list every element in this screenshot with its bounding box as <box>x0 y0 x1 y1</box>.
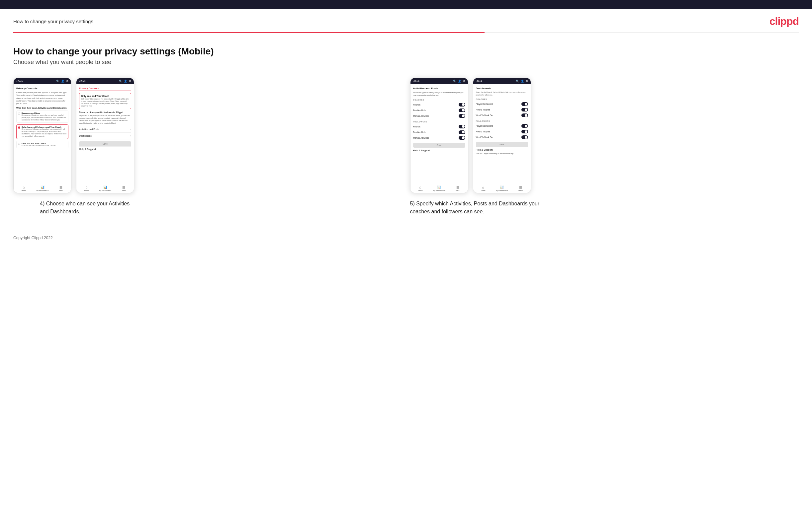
header: How to change your privacy settings clip… <box>0 9 812 32</box>
phone2-activities-row[interactable]: Activities and Posts › <box>79 126 131 133</box>
home-icon: ⌂ <box>22 185 24 189</box>
phone2-save-btn[interactable]: Save <box>79 142 131 146</box>
right-section: ‹ Back 🔍 👤 ⚙ Activities and Posts Select… <box>410 78 799 216</box>
phone1-option-followers[interactable]: Only Approved Followers and Your Coach O… <box>16 124 68 139</box>
phone1-performance-nav[interactable]: 📊 My Performance <box>37 185 49 191</box>
menu-icon: ☰ <box>59 185 62 189</box>
home-label-3: Home <box>418 189 422 191</box>
people-icon[interactable]: 👤 <box>61 79 64 82</box>
right-phones-pair: ‹ Back 🔍 👤 ⚙ Activities and Posts Select… <box>410 78 799 193</box>
search-icon-2[interactable]: 🔍 <box>119 79 122 82</box>
phone1-section-title: Privacy Controls <box>16 87 68 90</box>
performance-icon: 📊 <box>41 185 45 189</box>
phone4-body: Dashboards Select the dashboards that yo… <box>473 84 531 184</box>
people-icon-4[interactable]: 👤 <box>521 79 524 82</box>
top-bar <box>0 0 812 9</box>
menu-label-3: Menu <box>456 189 460 191</box>
phone1-option-everyone[interactable]: Everyone on Clippd Everyone on Clippd ca… <box>16 111 68 123</box>
phone3-drills-followers: Practice Drills <box>413 129 465 135</box>
phone4-coaches-label: COACHES <box>476 98 528 100</box>
phone3-drills-coaches: Practice Drills <box>413 108 465 113</box>
work-followers-toggle[interactable] <box>521 135 528 139</box>
round-followers-toggle[interactable] <box>521 130 528 133</box>
performance-label-3: My Performance <box>433 189 445 191</box>
phone4-nav: ‹ Back 🔍 👤 ⚙ <box>473 78 531 84</box>
phone3-body-text: Select the types of activity that you'd … <box>413 91 465 97</box>
activities-arrow: › <box>130 128 131 131</box>
phone2-tab[interactable]: Privacy Controls <box>79 87 131 91</box>
settings-icon-3[interactable]: ⚙ <box>463 79 465 82</box>
phone3-manual-followers: Manual Activities <box>413 135 465 141</box>
phone4-work-followers: What To Work On <box>476 134 528 140</box>
phone4-section-title: Dashboards <box>476 87 528 90</box>
manual-followers-label: Manual Activities <box>413 137 429 139</box>
left-caption: 4) Choose who can see your Activities an… <box>13 200 146 216</box>
phone3-help[interactable]: Help & Support <box>413 148 465 153</box>
left-phones-pair: ‹ Back 🔍 👤 ⚙ Privacy Controls Control ho… <box>13 78 402 193</box>
phone4-performance-nav[interactable]: 📊 My Performance <box>496 185 508 191</box>
performance-label-2: My Performance <box>99 189 112 191</box>
phone4-save-btn[interactable]: Save <box>476 142 528 147</box>
round-coaches-label: Round Insights <box>476 109 490 111</box>
performance-label-4: My Performance <box>496 189 508 191</box>
people-icon-3[interactable]: 👤 <box>458 79 461 82</box>
phone1-back[interactable]: ‹ Back <box>16 80 23 82</box>
phone2-bottom-bar: ⌂ Home 📊 My Performance ☰ Menu <box>77 184 134 193</box>
people-icon-2[interactable]: 👤 <box>124 79 127 82</box>
rounds-followers-toggle[interactable] <box>459 125 465 128</box>
phone3-icons: 🔍 👤 ⚙ <box>453 79 465 82</box>
player-followers-toggle[interactable] <box>521 124 528 128</box>
phone3-performance-nav[interactable]: 📊 My Performance <box>433 185 445 191</box>
rounds-coaches-label: Rounds <box>413 104 420 106</box>
dropdown-title: Only You and Your Coach <box>81 95 129 97</box>
drills-followers-toggle[interactable] <box>459 130 465 134</box>
phone2-icons: 🔍 👤 ⚙ <box>119 79 131 82</box>
settings-icon-2[interactable]: ⚙ <box>129 79 131 82</box>
radio-coach-only <box>18 143 20 145</box>
copyright-text: Copyright Clippd 2022 <box>13 236 53 240</box>
phone1-home-nav[interactable]: ⌂ Home <box>21 185 26 191</box>
phone4-help[interactable]: Help & Support <box>476 147 528 152</box>
drills-coaches-toggle[interactable] <box>459 109 465 112</box>
phone2-help[interactable]: Help & Support <box>79 146 131 152</box>
player-coaches-toggle[interactable] <box>521 102 528 106</box>
rounds-followers-label: Rounds <box>413 125 420 128</box>
dashboards-label: Dashboards <box>79 135 92 137</box>
manual-followers-toggle[interactable] <box>459 136 465 140</box>
work-coaches-toggle[interactable] <box>521 113 528 117</box>
phone-3: ‹ Back 🔍 👤 ⚙ Activities and Posts Select… <box>410 78 468 193</box>
phone2-home-nav[interactable]: ⌂ Home <box>84 185 89 191</box>
phone2-back[interactable]: ‹ Back <box>79 80 86 82</box>
phone4-menu-nav[interactable]: ☰ Menu <box>518 185 523 191</box>
phone3-save-btn[interactable]: Save <box>413 143 465 148</box>
phone4-round-coaches: Round Insights <box>476 107 528 112</box>
round-coaches-toggle[interactable] <box>521 108 528 111</box>
phone1-option-coach-only[interactable]: Only You and Your Coach Only you and the… <box>16 141 68 148</box>
screenshots-row: ‹ Back 🔍 👤 ⚙ Privacy Controls Control ho… <box>13 78 799 216</box>
phone3-home-nav[interactable]: ⌂ Home <box>418 185 422 191</box>
phone4-back[interactable]: ‹ Back <box>476 80 483 82</box>
phone2-dashboards-row[interactable]: Dashboards › <box>79 133 131 139</box>
phone2-performance-nav[interactable]: 📊 My Performance <box>99 185 112 191</box>
search-icon-4[interactable]: 🔍 <box>516 79 519 82</box>
settings-icon[interactable]: ⚙ <box>66 79 68 82</box>
search-icon[interactable]: 🔍 <box>56 79 59 82</box>
phone2-dropdown[interactable]: Only You and Your Coach Only you and the… <box>79 93 131 109</box>
radio-everyone <box>18 112 20 115</box>
search-icon-3[interactable]: 🔍 <box>453 79 456 82</box>
manual-coaches-toggle[interactable] <box>459 114 465 118</box>
phone2-menu-nav[interactable]: ☰ Menu <box>122 185 126 191</box>
footer: Copyright Clippd 2022 <box>0 226 812 250</box>
phone3-body: Activities and Posts Select the types of… <box>410 84 468 184</box>
phone3-bottom-bar: ⌂ Home 📊 My Performance ☰ Menu <box>410 184 468 193</box>
phone3-menu-nav[interactable]: ☰ Menu <box>456 185 460 191</box>
phone4-home-nav[interactable]: ⌂ Home <box>481 185 485 191</box>
phone1-menu-nav[interactable]: ☰ Menu <box>59 185 63 191</box>
home-icon-2: ⌂ <box>85 185 87 189</box>
phone4-player-followers: Player Dashboard <box>476 123 528 129</box>
rounds-coaches-toggle[interactable] <box>459 103 465 107</box>
phone3-back[interactable]: ‹ Back <box>413 80 420 82</box>
settings-icon-4[interactable]: ⚙ <box>526 79 528 82</box>
phone-2: ‹ Back 🔍 👤 ⚙ Privacy Controls Only You a… <box>76 78 134 193</box>
phone4-help-text: Visit our Clippd community to troublesho… <box>476 152 528 155</box>
